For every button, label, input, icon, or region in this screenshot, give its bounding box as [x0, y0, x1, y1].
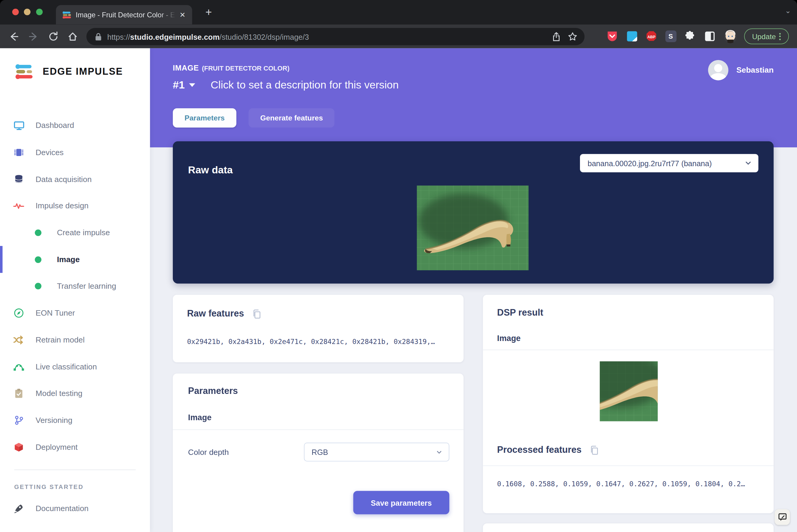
page-title: IMAGE [173, 64, 199, 72]
green-dot-icon [35, 254, 42, 265]
sidebar-item-label: Documentation [36, 504, 89, 513]
sidebar-item-dashboard[interactable]: Dashboard [0, 112, 150, 139]
sample-select[interactable]: banana.00020.jpg.2ru7rt77 (banana) [580, 154, 758, 172]
sidebar-item-create-impulse[interactable]: Create impulse [0, 220, 150, 246]
project-name: (FRUIT DETECTOR COLOR) [202, 64, 289, 72]
svg-text:ABP: ABP [647, 35, 655, 39]
sidebar-item-eon-tuner[interactable]: EON Tuner [0, 300, 150, 327]
parameters-title: Parameters [188, 385, 238, 396]
tab-overflow-chevron-icon[interactable]: ⌄ [785, 6, 791, 15]
sidebar-item-deployment[interactable]: Deployment [0, 434, 150, 460]
window-close-button[interactable] [12, 9, 19, 15]
window-minimize-button[interactable] [24, 9, 31, 15]
browser-tab-strip: Image - Fruit Detector Color - E ✕ + ⌄ [0, 0, 797, 24]
processed-features-title: Processed features [497, 445, 582, 455]
screenshot-extension-icon[interactable] [626, 31, 638, 42]
sidebar-nav: Dashboard Devices Data acquisition [0, 112, 150, 522]
pocket-extension-icon[interactable] [606, 31, 618, 42]
back-icon[interactable] [8, 31, 19, 42]
sidebar-toggle-icon[interactable] [704, 31, 715, 42]
sidebar-item-label: EON Tuner [36, 308, 75, 318]
copy-icon[interactable] [252, 309, 261, 319]
divider [173, 430, 464, 430]
feedback-button[interactable] [775, 509, 790, 525]
raw-features-values: 0x29421b, 0x2a431b, 0x2e471c, 0x28421c, … [187, 338, 454, 345]
sidebar-divider [14, 470, 136, 470]
color-depth-select[interactable]: RGB [304, 443, 449, 461]
dsp-processed-image [600, 361, 658, 421]
sidebar-item-label: Versioning [36, 416, 72, 425]
profile-avatar-icon[interactable] [723, 29, 738, 44]
sidebar-item-versioning[interactable]: Versioning [0, 407, 150, 434]
sidebar-item-label: Data acquisition [36, 174, 92, 184]
update-label: Update [752, 32, 776, 40]
bookmark-star-icon[interactable] [568, 32, 577, 41]
sidebar-item-devices[interactable]: Devices [0, 139, 150, 166]
waveform-icon [13, 201, 24, 212]
sidebar-item-transfer-learning[interactable]: Transfer learning [0, 273, 150, 300]
new-tab-button[interactable]: + [205, 7, 212, 17]
browser-toolbar: https://studio.edgeimpulse.com/studio/81… [0, 24, 797, 49]
browser-menu-icon[interactable] [779, 33, 781, 40]
dashboard-icon [13, 120, 24, 131]
extensions-row: ABP S [606, 24, 738, 49]
adblock-plus-extension-icon[interactable]: ABP [645, 31, 657, 42]
color-depth-label: Color depth [188, 448, 229, 457]
sidebar-item-impulse-design[interactable]: Impulse design [0, 193, 150, 220]
url-text: https://studio.edgeimpulse.com/studio/81… [107, 32, 552, 41]
extensions-puzzle-icon[interactable] [684, 31, 696, 42]
sidebar-item-live-classification[interactable]: Live classification [0, 353, 150, 380]
version-caret-icon[interactable] [189, 83, 195, 87]
brand-name: EDGE IMPULSE [43, 66, 123, 77]
save-parameters-button[interactable]: Save parameters [353, 491, 449, 514]
user-avatar-icon [708, 60, 728, 80]
session-buddy-extension-icon[interactable]: S [665, 31, 676, 42]
address-bar[interactable]: https://studio.edgeimpulse.com/studio/81… [87, 28, 585, 45]
share-icon[interactable] [552, 32, 561, 41]
home-icon[interactable] [67, 31, 78, 42]
sidebar-item-retrain-model[interactable]: Retrain model [0, 326, 150, 353]
forward-icon[interactable] [28, 31, 39, 42]
dsp-image-label: Image [497, 334, 521, 343]
browser-update-button[interactable]: Update [744, 28, 789, 44]
user-chip[interactable]: Sebastian [708, 60, 774, 80]
version-description[interactable]: Click to set a description for this vers… [211, 79, 399, 91]
sidebar-item-documentation[interactable]: Documentation [0, 496, 150, 522]
lock-icon [94, 32, 102, 41]
parameters-card: Parameters Image Color depth RGB Save pa… [173, 374, 464, 532]
sidebar-item-image[interactable]: Image [0, 246, 150, 273]
compass-icon [13, 307, 24, 319]
chip-icon [13, 147, 24, 158]
sidebar-item-label: Image [57, 255, 79, 264]
window-zoom-button[interactable] [36, 9, 43, 15]
browser-tab[interactable]: Image - Fruit Detector Color - E ✕ [56, 5, 192, 24]
sidebar: EDGE IMPULSE Dashboard Devices [0, 49, 150, 532]
sidebar-item-model-testing[interactable]: Model testing [0, 380, 150, 407]
sidebar-item-label: Retrain model [36, 335, 84, 345]
user-name: Sebastian [736, 65, 774, 75]
edge-impulse-favicon [62, 11, 71, 19]
tab-parameters[interactable]: Parameters [173, 108, 236, 128]
sample-select-value: banana.00020.jpg.2ru7rt77 (banana) [588, 159, 744, 167]
dsp-result-card: DSP result Image Processed features 0.16… [483, 295, 774, 513]
copy-icon[interactable] [590, 445, 599, 455]
sidebar-item-label: Model testing [36, 389, 82, 398]
sidebar-item-label: Create impulse [57, 228, 110, 238]
edge-impulse-logo-icon [15, 64, 36, 80]
dsp-result-title: DSP result [497, 307, 543, 318]
tab-generate-features[interactable]: Generate features [248, 108, 335, 128]
parameters-group-title: Image [188, 413, 212, 422]
raw-data-title: Raw data [188, 164, 232, 175]
divider [483, 466, 774, 466]
raw-features-title: Raw features [187, 308, 244, 319]
tab-title: Image - Fruit Detector Color - E [76, 11, 178, 19]
raw-features-card: Raw features 0x29421b, 0x2a431b, 0x2e471… [173, 295, 464, 362]
chevron-down-icon [744, 159, 752, 167]
green-dot-icon [35, 227, 42, 238]
sidebar-item-label: Transfer learning [57, 282, 116, 291]
sidebar-item-data-acquisition[interactable]: Data acquisition [0, 166, 150, 193]
reload-icon[interactable] [48, 31, 59, 42]
tab-close-icon[interactable]: ✕ [178, 10, 187, 19]
sidebar-item-label: Live classification [36, 362, 97, 371]
version-label[interactable]: #1 [173, 79, 185, 91]
